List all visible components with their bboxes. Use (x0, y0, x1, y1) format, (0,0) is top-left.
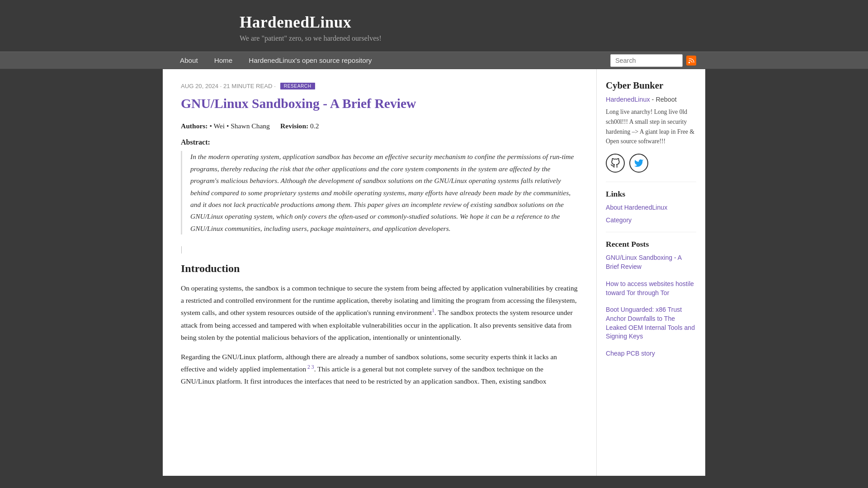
authors-names: • Wei • Shawn Chang (209, 122, 269, 130)
nav-search-area (610, 54, 696, 67)
sidebar-link-category[interactable]: Category (606, 216, 696, 225)
sidebar-divider-2 (606, 232, 696, 232)
social-icons (606, 154, 696, 173)
recent-posts-list: GNU/Linux Sandboxing - A Brief Review Ho… (606, 253, 696, 361)
cyber-bunker-title: Cyber Bunker (606, 80, 696, 91)
rss-svg (688, 57, 694, 64)
site-tagline: We are "patient" zero, so we hardened ou… (240, 34, 628, 42)
hardenedlinux-reboot: HardenedLinux - Reboot (606, 95, 696, 103)
rss-icon-container[interactable] (686, 56, 696, 66)
nav-bar: About Home HardenedLinux's open source r… (0, 52, 868, 69)
article-tag-badge: RESEARCH (280, 83, 315, 89)
twitter-icon[interactable] (629, 154, 648, 173)
authors-label: Authors: (181, 122, 208, 130)
reboot-suffix: - Reboot (650, 96, 677, 103)
abstract-block: In the modern operating system, applicat… (181, 151, 578, 235)
search-input[interactable] (610, 54, 683, 67)
article-title: GNU/Linux Sandboxing - A Brief Review (181, 95, 578, 112)
nav-link-repo[interactable]: HardenedLinux's open source repository (241, 52, 380, 69)
nav-links: About Home HardenedLinux's open source r… (172, 52, 380, 69)
section-divider: | (181, 245, 578, 253)
intro-paragraph-2: Regarding the GNU/Linux platform, althou… (181, 351, 578, 388)
sidebar-link-about[interactable]: About HardenedLinux (606, 203, 696, 212)
ref-23: 2 3 (306, 364, 314, 370)
intro-paragraph-1: On operating systems, the sandbox is a c… (181, 282, 578, 343)
github-icon[interactable] (606, 154, 625, 173)
revision-label: Revision: (280, 122, 308, 130)
abstract-label: Abstract: (181, 138, 578, 146)
recent-post-1[interactable]: GNU/Linux Sandboxing - A Brief Review (606, 253, 696, 271)
links-section-title: Links (606, 189, 696, 199)
intro-heading: Introduction (181, 263, 578, 275)
article-meta: AUG 20, 2024 · 21 MINUTE READ · RESEARCH (181, 83, 578, 89)
hardenedlinux-sidebar-link[interactable]: HardenedLinux (606, 96, 650, 103)
sidebar-divider-1 (606, 182, 696, 182)
article-authors: Authors: • Wei • Shawn Chang Revision: 0… (181, 122, 578, 130)
cyber-bunker-desc: Long live anarchy! Long live 0ld sch00l!… (606, 107, 696, 146)
article-date-read: AUG 20, 2024 · 21 MINUTE READ · (181, 83, 276, 89)
recent-post-2[interactable]: How to access websites hostile toward To… (606, 280, 696, 297)
recent-post-4[interactable]: Cheap PCB story (606, 349, 696, 358)
svg-point-0 (689, 61, 690, 63)
nav-link-about[interactable]: About (172, 52, 206, 69)
recent-post-3[interactable]: Boot Unguarded: x86 Trust Anchor Downfal… (606, 305, 696, 341)
revision-value: 0.2 (310, 122, 319, 130)
rss-icon[interactable] (686, 56, 696, 66)
abstract-text: In the modern operating system, applicat… (190, 153, 574, 232)
site-title: HardenedLinux (240, 14, 628, 32)
recent-posts-title: Recent Posts (606, 239, 696, 249)
main-content: AUG 20, 2024 · 21 MINUTE READ · RESEARCH… (163, 69, 597, 476)
nav-link-home[interactable]: Home (206, 52, 241, 69)
sidebar: Cyber Bunker HardenedLinux - Reboot Long… (597, 69, 705, 476)
